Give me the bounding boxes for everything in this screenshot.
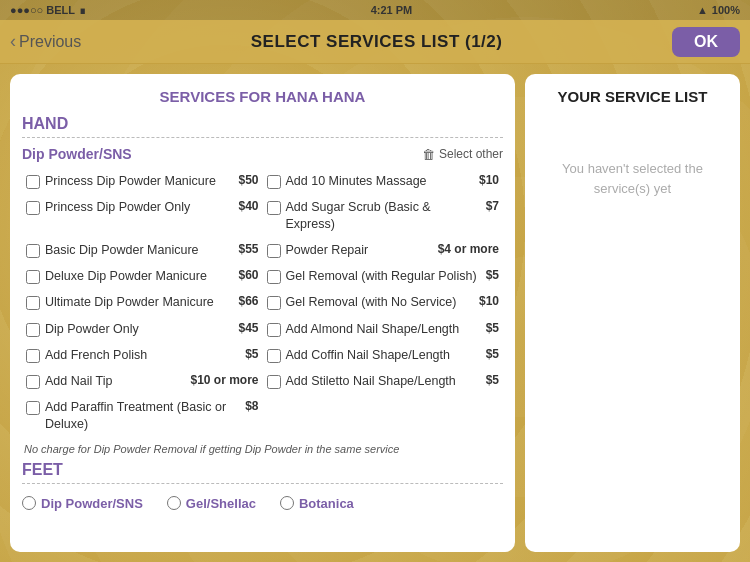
service-price: $40 [238,199,258,213]
list-item: Add Sugar Scrub (Basic & Express) $7 [263,194,504,237]
list-item: Add 10 Minutes Massage $10 [263,168,504,194]
list-item: Add French Polish $5 [22,342,263,368]
service-name: Gel Removal (with Regular Polish) [286,268,477,284]
list-item: Add Paraffin Treatment (Basic or Deluxe)… [22,394,263,437]
list-item: Basic Dip Powder Manicure $55 [22,237,263,263]
feet-divider [22,483,503,484]
service-checkbox-4[interactable] [267,201,281,215]
status-bar: ●●●○○ BELL ∎ 4:21 PM ▲ 100% [0,0,750,20]
service-name: Princess Dip Powder Only [45,199,229,215]
ok-button[interactable]: OK [672,27,740,57]
service-checkbox-5[interactable] [26,244,40,258]
radio-botanica[interactable] [280,496,294,510]
right-panel: YOUR SERVICE LIST You haven't selected t… [525,74,740,552]
feet-radio-row: Dip Powder/SNS Gel/Shellac Botanica [22,490,503,513]
radio-item-gel[interactable]: Gel/Shellac [167,496,256,511]
service-name: Ultimate Dip Powder Manicure [45,294,229,310]
service-name: Dip Powder Only [45,321,229,337]
radio-gel[interactable] [167,496,181,510]
list-item: Add Almond Nail Shape/Length $5 [263,316,504,342]
chevron-left-icon: ‹ [10,31,16,52]
service-checkbox-8[interactable] [267,270,281,284]
status-right: ▲ 100% [697,4,740,16]
wifi-icon: ∎ [79,4,86,17]
service-name: Add Coffin Nail Shape/Length [286,347,477,363]
service-name: Add Almond Nail Shape/Length [286,321,477,337]
services-list: SERVICES FOR HANA HANA HAND Dip Powder/S… [10,74,515,552]
status-time: 4:21 PM [371,4,413,16]
service-checkbox-14[interactable] [267,349,281,363]
services-grid: Princess Dip Powder Manicure $50 Add 10 … [22,168,503,437]
back-button[interactable]: ‹ Previous [10,31,81,52]
service-price: $60 [238,268,258,282]
service-checkbox-1[interactable] [26,175,40,189]
trash-icon: 🗑 [422,147,435,162]
list-item: Add Stiletto Nail Shape/Length $5 [263,368,504,394]
radio-item-dip[interactable]: Dip Powder/SNS [22,496,143,511]
page-title: SELECT SERVICES LIST (1/2) [251,32,503,52]
service-checkbox-6[interactable] [267,244,281,258]
salon-name: HANA HANA [275,88,365,105]
note-text: No charge for Dip Powder Removal if gett… [22,443,503,455]
service-price: $55 [238,242,258,256]
service-price: $5 [245,347,258,361]
service-checkbox-16[interactable] [267,375,281,389]
services-header: SERVICES FOR HANA HANA [22,84,503,105]
service-checkbox-2[interactable] [267,175,281,189]
left-panel: SERVICES FOR HANA HANA HAND Dip Powder/S… [10,74,515,552]
radio-item-botanica[interactable]: Botanica [280,496,354,511]
service-price: $66 [238,294,258,308]
services-header-text: SERVICES FOR [160,88,276,105]
select-other-button[interactable]: 🗑 Select other [422,147,503,162]
list-item: Princess Dip Powder Only $40 [22,194,263,237]
service-checkbox-15[interactable] [26,375,40,389]
category-label-dip: Dip Powder/SNS [22,146,132,162]
section-title-hand: HAND [22,115,503,133]
service-name: Add 10 Minutes Massage [286,173,470,189]
radio-gel-label: Gel/Shellac [186,496,256,511]
nav-bar: ‹ Previous SELECT SERVICES LIST (1/2) OK [0,20,750,64]
service-checkbox-13[interactable] [26,349,40,363]
service-price: $10 [479,173,499,187]
service-checkbox-11[interactable] [26,323,40,337]
list-item: Deluxe Dip Powder Manicure $60 [22,263,263,289]
service-checkbox-3[interactable] [26,201,40,215]
service-price: $45 [238,321,258,335]
empty-service-list-text: You haven't selected the service(s) yet [535,159,730,198]
list-item: Ultimate Dip Powder Manicure $66 [22,289,263,315]
service-checkbox-17[interactable] [26,401,40,415]
hand-divider [22,137,503,138]
back-label: Previous [19,33,81,51]
list-item: Dip Powder Only $45 [22,316,263,342]
service-checkbox-7[interactable] [26,270,40,284]
service-price: $50 [238,173,258,187]
service-name: Add Paraffin Treatment (Basic or Deluxe) [45,399,236,432]
service-checkbox-12[interactable] [267,323,281,337]
service-name: Add Sugar Scrub (Basic & Express) [286,199,477,232]
service-price: $7 [486,199,499,213]
service-price: $10 or more [190,373,258,387]
radio-dip[interactable] [22,496,36,510]
service-name: Add French Polish [45,347,236,363]
radio-botanica-label: Botanica [299,496,354,511]
battery-text: 100% [712,4,740,16]
service-name: Gel Removal (with No Service) [286,294,470,310]
service-name: Powder Repair [286,242,429,258]
service-checkbox-10[interactable] [267,296,281,310]
status-left: ●●●○○ BELL ∎ [10,4,86,17]
service-name: Add Stiletto Nail Shape/Length [286,373,477,389]
list-item: Powder Repair $4 or more [263,237,504,263]
service-price: $4 or more [438,242,499,256]
service-name: Add Nail Tip [45,373,181,389]
service-price: $5 [486,268,499,282]
list-item: Princess Dip Powder Manicure $50 [22,168,263,194]
carrier-text: ●●●○○ BELL [10,4,75,16]
list-item [263,394,504,437]
service-price: $10 [479,294,499,308]
list-item: Gel Removal (with Regular Polish) $5 [263,263,504,289]
service-price: $5 [486,321,499,335]
service-checkbox-9[interactable] [26,296,40,310]
right-panel-title: YOUR SERVICE LIST [558,88,708,105]
battery-icon: ▲ [697,4,708,16]
radio-dip-label: Dip Powder/SNS [41,496,143,511]
